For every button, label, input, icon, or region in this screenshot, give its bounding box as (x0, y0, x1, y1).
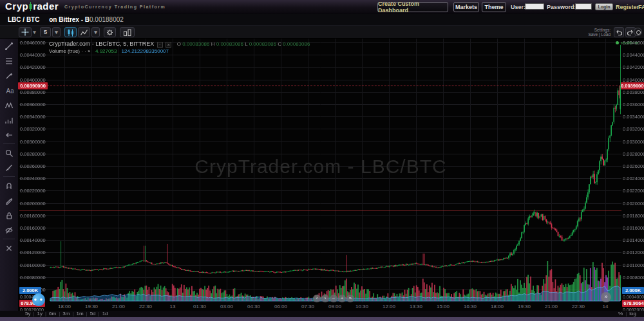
volume-badge-blue-right: 2.000K (622, 287, 644, 294)
y-tick-left: 0.00120000 (20, 250, 46, 255)
chart-nav-zoom-out-button[interactable]: − (330, 295, 337, 302)
range-1y[interactable]: 1y (35, 311, 45, 316)
crosshair-dropdown-arrow[interactable]: ▾ (32, 27, 37, 37)
x-tick: 07:30 (298, 304, 317, 309)
tool-hide-icon[interactable] (0, 223, 18, 237)
chart-nav-scroll-left-button[interactable]: ‹ (313, 295, 321, 302)
chart-nav-zoom-in-button[interactable]: + (338, 295, 346, 302)
tool-measure-icon[interactable] (0, 160, 18, 175)
y-tick-right: 0.00440000 (623, 52, 644, 58)
indicators-dropdown[interactable]: ▾ (91, 27, 100, 37)
y-tick-right: 0.00200000 (623, 201, 644, 206)
tool-brush-icon[interactable] (0, 68, 18, 83)
x-tick: 21:00 (542, 304, 561, 309)
range-5y[interactable]: 5y (23, 311, 33, 316)
tool-lock-icon[interactable] (0, 208, 18, 223)
range-selector: 5y|1y|6m|3m|1m|5d|1d (23, 311, 111, 316)
y-tick-left: 0.00140000 (20, 237, 46, 243)
x-tick: 18:00 (55, 304, 74, 309)
legend-title: CrypTrader.com - LBC/BTC, 5, BITTREX (49, 41, 154, 47)
password-input[interactable] (575, 3, 592, 10)
chart-toolbar: ▾ 5 ▾ ▾ Settings:Save | Load (0, 26, 644, 39)
legend-settings-icon[interactable]: · (157, 42, 163, 48)
faq-link[interactable]: FAQ (638, 4, 644, 10)
volume-label: Volume (true) (49, 48, 80, 54)
chart-watermark: CrypTrader.com - LBC/BTC (18, 156, 623, 178)
range-6m[interactable]: 6m (46, 311, 59, 316)
indicators-button[interactable] (78, 27, 90, 37)
x-tick: 19:30 (515, 304, 534, 309)
settings-save-load[interactable]: Settings:Save | Load (588, 28, 611, 37)
user-input[interactable] (525, 3, 544, 10)
btc-symbol: B (85, 16, 90, 23)
interval-dropdown[interactable]: ▾ (52, 27, 61, 37)
tool-edit-icon[interactable] (0, 193, 18, 208)
x-tick: 04:30 (244, 304, 263, 309)
y-tick-left: 0.00260000 (20, 163, 46, 169)
volume-eye-icon[interactable]: · (84, 48, 86, 54)
y-tick-left: 0.00180000 (20, 213, 46, 219)
current-price-line (18, 86, 621, 86)
y-tick-right: 0.00120000 (623, 250, 644, 255)
tool-divider (3, 239, 15, 239)
volume-close-icon[interactable]: × (88, 48, 91, 54)
x-tick: 16:30 (460, 304, 480, 309)
create-custom-dashboard-button[interactable]: Create Custom Dashboard (377, 2, 448, 12)
tool-magnet-icon[interactable] (0, 178, 18, 193)
undo-button[interactable] (614, 27, 624, 37)
y-tick-right: 0.00180000 (623, 213, 644, 219)
tool-text-icon[interactable]: Aa (0, 83, 18, 98)
legend-close-icon[interactable]: × (166, 42, 171, 48)
interval-button[interactable]: 5 (40, 27, 51, 37)
tool-trend-line-icon[interactable] (0, 39, 18, 53)
range-3m[interactable]: 3m (60, 311, 72, 316)
tool-delete-icon[interactable] (0, 241, 18, 255)
tool-fib-retracement-icon[interactable] (0, 53, 18, 68)
x-tick: 15:00 (433, 304, 453, 309)
x-tick: 09:00 (325, 304, 345, 309)
y-tick-right: 0.00380000 (623, 89, 644, 95)
drawing-tools-sidebar: Aa (0, 39, 18, 312)
y-tick-left: 0.00220000 (20, 188, 46, 194)
y-tick-right: 0.00360000 (623, 102, 644, 107)
tool-forecast-icon[interactable] (0, 113, 18, 127)
range-1m[interactable]: 1m (73, 311, 86, 316)
password-label: Password: (547, 4, 576, 10)
chart-settings-button[interactable] (104, 27, 116, 37)
tool-xabcd-pattern-icon[interactable] (0, 98, 18, 113)
chart-nav-go-to-end-button[interactable]: » (346, 295, 354, 302)
theme-button[interactable]: Theme (482, 2, 506, 12)
compare-button[interactable] (120, 27, 135, 37)
tool-zoom-icon[interactable] (0, 145, 18, 160)
y-tick-right: 0.00080000 (623, 275, 644, 280)
svg-text:Aa: Aa (6, 87, 14, 95)
login-button[interactable]: Login (595, 3, 613, 10)
range-1d[interactable]: 1d (100, 311, 111, 316)
register-link[interactable]: Register (616, 4, 639, 10)
chart-panel[interactable]: CrypTrader.com - LBC/BTC CrypTrader.com … (18, 39, 644, 312)
markets-button[interactable]: Markets (453, 2, 479, 12)
x-tick: 22:30 (569, 304, 588, 309)
y-tick-right: 0.00280000 (623, 151, 644, 157)
cryptrader-app: Cryprader CryptoCurrency Trading Platfor… (0, 0, 644, 317)
chat-widget-button[interactable]: ● ● (32, 293, 45, 306)
y-tick-left: 0.00300000 (20, 139, 46, 145)
snapshot-camera-button[interactable] (634, 28, 642, 36)
candlestick-chart-button[interactable] (64, 27, 77, 37)
x-tick: 21:00 (109, 304, 128, 309)
tool-divider (3, 176, 15, 177)
x-tick: 12:00 (379, 304, 399, 309)
range-5d[interactable]: 5d (88, 311, 99, 316)
symbol-bar: LBC / BTC on Bittrex - B0.00188002 (0, 14, 644, 26)
tool-arrow-icon[interactable] (0, 127, 18, 142)
scale-%[interactable]: % (616, 311, 625, 316)
y-tick-right: 0.00240000 (623, 176, 644, 181)
y-tick-left: 0.00420000 (20, 64, 46, 70)
scale-log[interactable]: log (627, 311, 639, 316)
crosshair-tool-button[interactable] (19, 27, 32, 37)
chart-nav-scroll-right-button[interactable]: › (321, 295, 329, 302)
y-tick-left: 0.00440000 (20, 52, 46, 58)
volume-settings-icon[interactable]: · (81, 48, 83, 54)
x-tick: 14 (596, 304, 615, 309)
go-to-realtime-button[interactable]: » (601, 292, 611, 302)
